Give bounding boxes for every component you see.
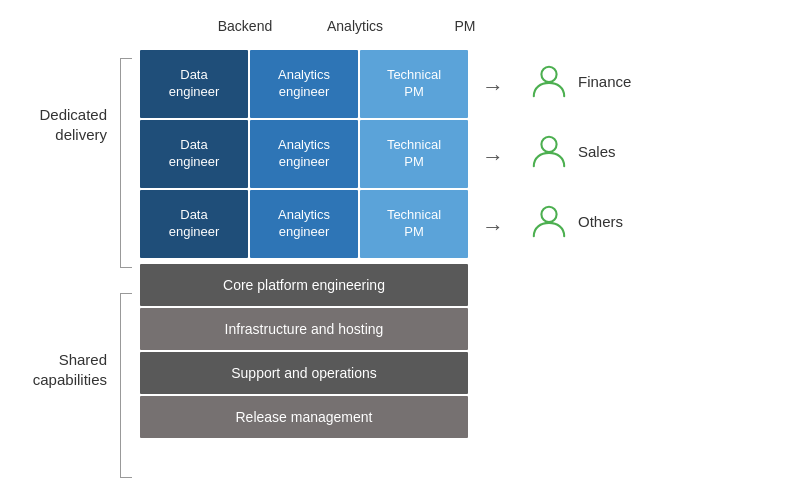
analytics-engineer-3: Analyticsengineer	[250, 190, 358, 258]
table-row: Dataengineer Analyticsengineer Technical…	[140, 190, 468, 258]
person-group-sales: Sales	[530, 132, 616, 170]
shared-bar-support: Support and operations	[140, 352, 468, 394]
shared-bar-release: Release management	[140, 396, 468, 438]
svg-point-1	[541, 137, 556, 152]
col-header-analytics: Analytics	[300, 18, 410, 34]
bracket-shared	[120, 293, 132, 478]
arrow-1: →	[482, 74, 504, 100]
column-headers: Backend Analytics PM	[190, 18, 520, 34]
technical-pm-3: TechnicalPM	[360, 190, 468, 258]
person-group-others: Others	[530, 202, 623, 240]
bracket-dedicated	[120, 58, 132, 268]
arrow-3: →	[482, 214, 504, 240]
label-shared: Sharedcapabilities	[20, 350, 115, 389]
data-engineer-1: Dataengineer	[140, 50, 248, 118]
technical-pm-1: TechnicalPM	[360, 50, 468, 118]
table-row: Dataengineer Analyticsengineer Technical…	[140, 120, 468, 188]
label-dedicated: Dedicateddelivery	[20, 105, 115, 144]
data-engineer-3: Dataengineer	[140, 190, 248, 258]
delivery-grid: Dataengineer Analyticsengineer Technical…	[140, 50, 468, 440]
shared-bar-core: Core platform engineering	[140, 264, 468, 306]
person-label-finance: Finance	[578, 73, 631, 90]
col-header-backend: Backend	[190, 18, 300, 34]
shared-bar-infra: Infrastructure and hosting	[140, 308, 468, 350]
diagram: Backend Analytics PM Dedicateddelivery S…	[20, 10, 780, 490]
data-engineer-2: Dataengineer	[140, 120, 248, 188]
person-group-finance: Finance	[530, 62, 631, 100]
table-row: Dataengineer Analyticsengineer Technical…	[140, 50, 468, 118]
analytics-engineer-2: Analyticsengineer	[250, 120, 358, 188]
person-icon-finance	[530, 62, 568, 100]
col-header-pm: PM	[410, 18, 520, 34]
person-icon-sales	[530, 132, 568, 170]
analytics-engineer-1: Analyticsengineer	[250, 50, 358, 118]
person-label-others: Others	[578, 213, 623, 230]
person-label-sales: Sales	[578, 143, 616, 160]
svg-point-0	[541, 67, 556, 82]
arrow-2: →	[482, 144, 504, 170]
svg-point-2	[541, 207, 556, 222]
person-icon-others	[530, 202, 568, 240]
technical-pm-2: TechnicalPM	[360, 120, 468, 188]
